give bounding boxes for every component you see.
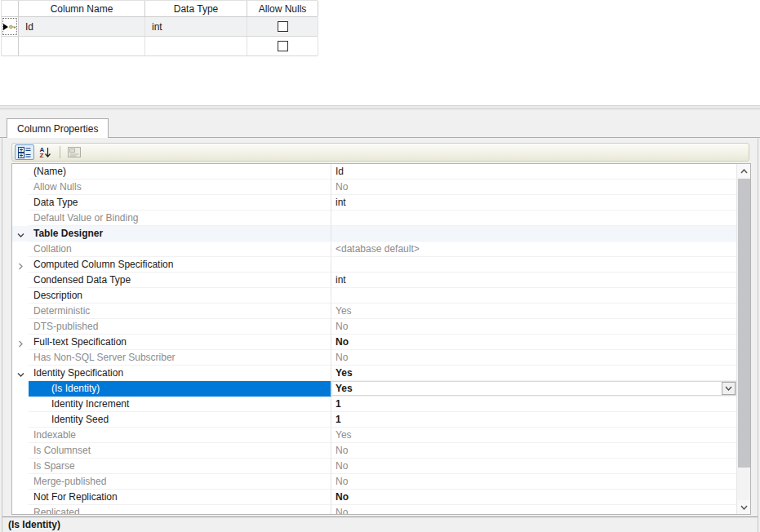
property-row: DTS-publishedNo (12, 319, 736, 335)
column-name-cell[interactable] (19, 37, 145, 55)
property-value[interactable]: 1 (331, 412, 736, 428)
property-value[interactable]: 1 (331, 397, 736, 412)
property-name[interactable]: Is Columnset (29, 443, 331, 459)
property-value-text: Id (336, 166, 344, 177)
row-gutter (12, 195, 29, 211)
pane-right-border (758, 137, 758, 532)
current-row-arrow-icon (3, 24, 8, 30)
toolbar-separator (60, 146, 60, 158)
property-value[interactable]: No (331, 490, 736, 505)
property-name[interactable]: Table Designer (29, 226, 331, 242)
chevron-right-icon[interactable] (17, 261, 24, 273)
property-pages-button[interactable] (64, 144, 84, 160)
scrollbar-thumb[interactable] (738, 179, 750, 468)
row-selector[interactable] (2, 37, 19, 55)
allow-nulls-cell (247, 17, 318, 36)
property-value[interactable]: Yes (331, 428, 736, 443)
property-name[interactable]: Data Type (29, 195, 331, 211)
property-value[interactable]: No (331, 505, 736, 515)
property-value[interactable]: Yes (331, 366, 736, 381)
row-gutter (12, 428, 29, 443)
property-name[interactable]: Indexable (29, 428, 331, 443)
property-value[interactable]: <database default> (331, 242, 736, 257)
allow-nulls-checkbox[interactable] (278, 21, 288, 32)
row-gutter (12, 257, 29, 273)
chevron-down-icon (740, 505, 748, 510)
dropdown-button[interactable] (722, 382, 736, 395)
tab-column-properties[interactable]: Column Properties (7, 118, 109, 138)
property-value[interactable] (331, 226, 736, 242)
chevron-down-icon[interactable] (17, 230, 24, 242)
row-selector-header (2, 1, 19, 16)
row-gutter (12, 490, 29, 505)
property-value[interactable]: No (331, 443, 736, 459)
property-value-text: int (336, 197, 346, 208)
column-name-cell[interactable]: Id (19, 17, 145, 36)
property-name[interactable]: Identity Increment (29, 397, 331, 412)
property-value[interactable]: Id (331, 164, 736, 180)
property-name[interactable]: Has Non-SQL Server Subscriber (29, 350, 331, 366)
property-name[interactable]: DTS-published (29, 319, 331, 335)
table-designer-grid: Column Name Data Type Allow Nulls Id int (1, 0, 318, 56)
allow-nulls-cell (247, 37, 318, 55)
data-type-cell[interactable] (145, 37, 247, 55)
property-name[interactable]: (Is Identity) (29, 381, 331, 397)
property-name[interactable]: Replicated (29, 505, 331, 515)
vertical-scrollbar[interactable] (736, 164, 750, 514)
property-value[interactable]: Yes (331, 381, 736, 397)
property-value[interactable] (331, 288, 736, 304)
property-name[interactable]: Description (29, 288, 331, 304)
sort-arrow-icon (44, 147, 51, 158)
property-name[interactable]: Merge-published (29, 474, 331, 490)
row-selector[interactable] (2, 17, 19, 36)
property-value[interactable]: No (331, 350, 736, 366)
property-value[interactable]: No (331, 459, 736, 474)
property-value[interactable]: No (331, 180, 736, 195)
property-value[interactable]: int (331, 273, 736, 288)
row-gutter (12, 211, 29, 226)
row-gutter (12, 474, 29, 490)
property-name[interactable]: Full-text Specification (29, 335, 331, 350)
property-name[interactable]: Identity Specification (29, 366, 331, 381)
property-row: Default Value or Binding (12, 211, 736, 226)
selected-property-title: (Is Identity) (8, 519, 60, 530)
chevron-right-icon[interactable] (17, 339, 24, 350)
property-value-text: 1 (336, 398, 341, 410)
property-value[interactable]: No (331, 319, 736, 335)
property-value[interactable] (331, 211, 736, 226)
table-row: Id int (2, 17, 318, 37)
data-type-cell[interactable]: int (145, 17, 247, 36)
property-name[interactable]: Computed Column Specification (29, 257, 331, 273)
property-name[interactable]: Deterministic (29, 304, 331, 319)
row-gutter (12, 242, 29, 257)
properties-rows: (Name)IdAllow NullsNoData TypeintDefault… (12, 164, 736, 515)
property-pages-icon (68, 147, 81, 157)
property-row: (Is Identity)Yes (12, 381, 736, 397)
property-value[interactable]: No (331, 335, 736, 350)
property-name[interactable]: Collation (29, 242, 331, 257)
chevron-down-icon[interactable] (17, 370, 24, 381)
property-value[interactable]: int (331, 195, 736, 211)
property-value-text: No (336, 460, 348, 472)
property-value[interactable]: Yes (331, 304, 736, 319)
property-value-text: No (336, 476, 348, 487)
property-name[interactable]: Is Sparse (29, 459, 331, 474)
property-name[interactable]: (Name) (29, 164, 331, 180)
property-name[interactable]: Default Value or Binding (29, 211, 331, 226)
property-name[interactable]: Condensed Data Type (29, 273, 331, 288)
row-gutter (12, 443, 29, 459)
categorized-icon (18, 147, 31, 158)
property-value[interactable]: No (331, 474, 736, 490)
property-name[interactable]: Not For Replication (29, 490, 331, 505)
property-value[interactable] (331, 257, 736, 273)
pane-top-border (0, 137, 760, 138)
alphabetical-sort-button[interactable]: AZ (36, 144, 56, 160)
allow-nulls-checkbox[interactable] (278, 41, 288, 51)
categorized-button[interactable] (15, 144, 34, 160)
property-value-text: int (336, 274, 346, 286)
property-value-text: Yes (336, 429, 352, 441)
property-name[interactable]: Identity Seed (29, 412, 331, 428)
scroll-down-button[interactable] (737, 500, 750, 514)
property-name[interactable]: Allow Nulls (29, 180, 331, 195)
scroll-up-button[interactable] (737, 164, 750, 178)
